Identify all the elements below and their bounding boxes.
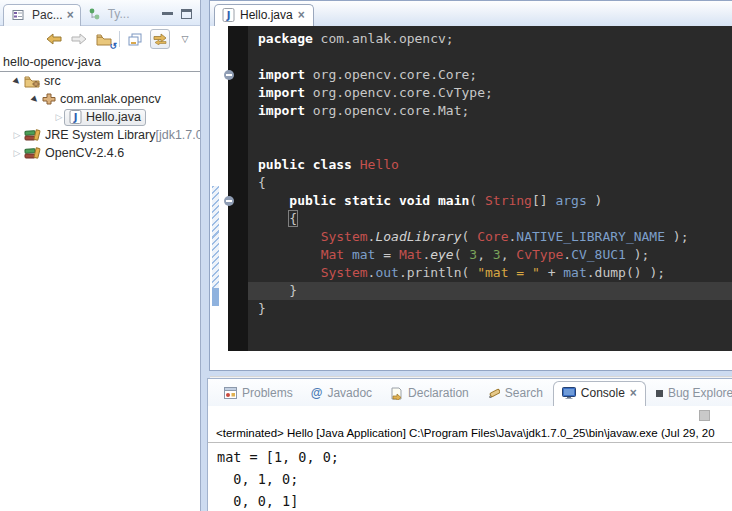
up-folder-icon[interactable]: ↺ xyxy=(94,29,114,49)
bug-explorer-icon xyxy=(656,390,663,397)
collapse-all-icon[interactable] xyxy=(125,29,145,49)
fold-collapse-icon[interactable] xyxy=(224,70,234,80)
link-with-editor-icon[interactable] xyxy=(150,29,170,49)
editor-body[interactable]: package com.anlak.opencv;import org.open… xyxy=(210,26,732,351)
tab-javadoc[interactable]: @ Javadoc xyxy=(303,382,380,406)
console-process-title: <terminated> Hello [Java Application] C:… xyxy=(208,425,732,443)
tree-item-hello-java[interactable]: ▷ J Hello.java xyxy=(0,108,200,126)
jre-version-suffix: [jdk1.7.0 xyxy=(155,128,200,142)
view-menu-icon[interactable]: ▽ xyxy=(175,29,195,49)
refresh-arrow-glyph: ↺ xyxy=(109,41,117,51)
javadoc-at-icon: @ xyxy=(311,386,323,400)
toolbar-separator xyxy=(119,31,120,47)
expanded-arrow-icon[interactable]: ▶ xyxy=(12,77,22,86)
back-icon[interactable] xyxy=(44,29,64,49)
forward-icon[interactable] xyxy=(69,29,89,49)
minimize-icon[interactable] xyxy=(162,12,173,17)
problems-icon xyxy=(224,387,237,399)
tab-problems[interactable]: Problems xyxy=(216,382,301,406)
tab-package-explorer-label: Pac... xyxy=(32,8,63,22)
console-output[interactable]: mat = [1, 0, 0; 0, 1, 0; 0, 0, 1] xyxy=(208,443,732,511)
tree-item-jre-label: JRE System Library xyxy=(45,128,155,142)
selected-item-box: J Hello.java xyxy=(64,109,146,126)
editor-tab-hello-java[interactable]: J Hello.java × xyxy=(214,4,314,26)
svg-text:J: J xyxy=(226,10,231,21)
source-folder-icon xyxy=(24,75,40,88)
tree-item-package[interactable]: ▶ com.anlak.opencv xyxy=(0,90,200,108)
collapsed-arrow-icon[interactable]: ▷ xyxy=(54,112,64,122)
close-icon[interactable]: × xyxy=(630,388,637,398)
close-icon[interactable]: × xyxy=(67,10,74,20)
declaration-icon xyxy=(390,387,403,400)
console-view: Problems @ Javadoc Declaration Search Co… xyxy=(207,378,732,511)
fold-collapse-icon[interactable] xyxy=(224,196,234,206)
tree-item-hello-java-label: Hello.java xyxy=(86,110,141,124)
java-file-icon: J xyxy=(222,8,235,22)
tab-type-hierarchy-label: Ty... xyxy=(108,7,130,21)
library-books-icon xyxy=(24,129,41,142)
project-tree: hello-opencv-java ▶ src ▶ com.anlak.open… xyxy=(0,52,200,162)
tab-search-label: Search xyxy=(505,386,543,400)
range-indicator xyxy=(212,186,219,288)
tree-item-opencv-label: OpenCV-2.4.6 xyxy=(45,146,124,160)
editor-tab-label: Hello.java xyxy=(240,8,293,22)
type-hierarchy-icon xyxy=(89,8,100,20)
tab-problems-label: Problems xyxy=(242,386,293,400)
package-explorer-toolbar: ↺ ▽ xyxy=(0,26,200,52)
tree-item-opencv-library[interactable]: ▷ OpenCV-2.4.6 xyxy=(0,144,200,162)
package-explorer-view: Pac... × Ty... ↺ ▽ xyxy=(0,0,201,511)
tree-item-project[interactable]: hello-opencv-java xyxy=(0,52,200,71)
tab-console-label: Console xyxy=(581,386,625,400)
tab-declaration[interactable]: Declaration xyxy=(382,382,477,406)
package-explorer-icon xyxy=(12,9,24,21)
search-pencil-icon xyxy=(487,387,500,400)
caret-range-indicator xyxy=(212,288,219,306)
bottom-tabbar: Problems @ Javadoc Declaration Search Co… xyxy=(208,379,732,406)
project-label: hello-opencv-java xyxy=(3,55,101,69)
collapsed-arrow-icon[interactable]: ▷ xyxy=(12,148,22,158)
tree-item-src-label: src xyxy=(44,74,61,88)
expanded-arrow-icon[interactable]: ▶ xyxy=(30,95,40,104)
java-package-icon xyxy=(42,93,56,105)
tab-bug-explorer-label: Bug Explorer xyxy=(668,386,732,400)
collapsed-arrow-icon[interactable]: ▷ xyxy=(12,130,22,140)
code-lines[interactable]: package com.anlak.opencv;import org.open… xyxy=(248,26,732,351)
java-editor: J Hello.java × package com.anlak.opencv;… xyxy=(209,0,732,371)
tree-item-package-label: com.anlak.opencv xyxy=(60,92,161,106)
tab-type-hierarchy[interactable]: Ty... xyxy=(81,4,136,25)
svg-text:J: J xyxy=(73,112,78,123)
tab-console[interactable]: Console × xyxy=(553,381,646,406)
tab-javadoc-label: Javadoc xyxy=(327,386,372,400)
tab-declaration-label: Declaration xyxy=(408,386,469,400)
tab-bug-explorer[interactable]: Bug Explorer xyxy=(648,382,732,406)
tab-search[interactable]: Search xyxy=(479,382,551,406)
close-icon[interactable]: × xyxy=(298,10,305,20)
tree-item-jre-library[interactable]: ▷ JRE System Library [jdk1.7.0 xyxy=(0,126,200,144)
tab-package-explorer[interactable]: Pac... × xyxy=(3,4,81,26)
tree-item-src[interactable]: ▶ src xyxy=(0,72,200,90)
editor-tabbar: J Hello.java × xyxy=(210,1,732,26)
library-books-icon xyxy=(24,147,41,160)
java-file-icon: J xyxy=(69,110,82,124)
maximize-icon[interactable] xyxy=(181,9,192,19)
view-tabbar: Pac... × Ty... xyxy=(0,0,200,26)
console-monitor-icon xyxy=(562,387,576,399)
console-toolbar-button[interactable] xyxy=(699,410,710,421)
